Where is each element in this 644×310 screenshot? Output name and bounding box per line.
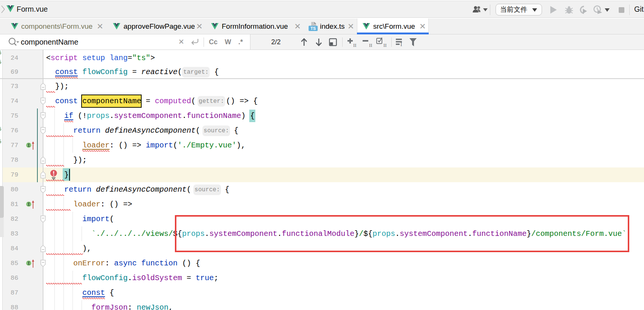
svg-text:II: II xyxy=(353,42,357,48)
svg-text:I: I xyxy=(400,42,402,46)
svg-text:II: II xyxy=(369,42,372,48)
svg-text:TS: TS xyxy=(310,26,316,31)
svg-text:II: II xyxy=(383,42,387,48)
